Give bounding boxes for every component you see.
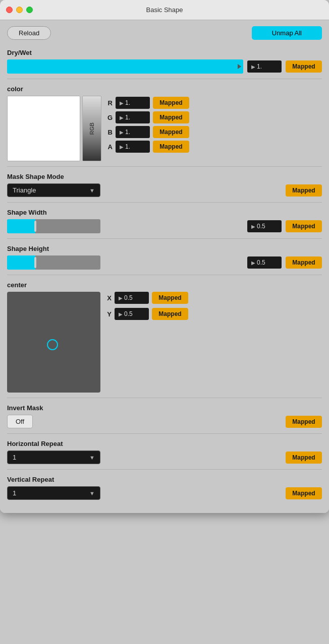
sep-3 [7, 202, 322, 203]
sep-6 [7, 398, 322, 398]
vertical-repeat-dropdown[interactable]: 1 ▼ [7, 486, 100, 500]
dry-wet-value[interactable]: ▶ 1. [247, 60, 282, 73]
shape-height-label: Shape Height [7, 243, 322, 252]
center-y-row: Y ▶ 0.5 Mapped [104, 308, 322, 320]
unmap-all-button[interactable]: Unmap All [252, 26, 322, 40]
chevron-down-icon: ▼ [89, 187, 95, 194]
vertical-repeat-label: Vertical Repeat [7, 474, 322, 483]
top-button-row: Reload Unmap All [7, 26, 322, 40]
main-window: Basic Shape Reload Unmap All Dry/Wet ▶ 1… [0, 0, 329, 513]
shape-width-mapped[interactable]: Mapped [286, 220, 322, 232]
vertical-repeat-row: 1 ▼ Mapped [7, 486, 322, 500]
center-x-label: X [104, 294, 112, 302]
mask-shape-mode-section: Mask Shape Mode Triangle ▼ Mapped [7, 171, 322, 197]
center-dot [47, 339, 58, 350]
shape-height-slider[interactable] [7, 255, 100, 270]
mask-shape-mode-dropdown[interactable]: Triangle ▼ [7, 183, 100, 197]
reload-button[interactable]: Reload [7, 26, 51, 40]
window-title: Basic Shape [146, 6, 183, 14]
shape-height-row: ▶ 0.5 Mapped [7, 255, 322, 270]
center-y-label: Y [104, 310, 112, 318]
shape-width-slider[interactable] [7, 219, 100, 233]
channel-a-row: A ▶ 1. Mapped [105, 141, 322, 153]
sep-1 [7, 79, 322, 79]
vertical-repeat-mapped[interactable]: Mapped [286, 487, 322, 499]
horizontal-repeat-mapped[interactable]: Mapped [286, 452, 322, 464]
channel-g-label: G [105, 114, 113, 121]
chevron-down-icon-v: ▼ [89, 490, 95, 496]
color-swatch-gray: RGB [82, 96, 101, 161]
center-row: X ▶ 0.5 Mapped Y ▶ 0.5 [7, 292, 322, 393]
channel-g-value[interactable]: ▶ 1. [116, 111, 150, 123]
center-x-row: X ▶ 0.5 Mapped [104, 292, 322, 304]
sep-5 [7, 275, 322, 275]
shape-width-section: Shape Width ▶ 0.5 Mapped [7, 207, 322, 233]
horizontal-repeat-dropdown[interactable]: 1 ▼ [7, 450, 100, 464]
center-x-value[interactable]: ▶ 0.5 [115, 292, 149, 304]
channel-a-mapped[interactable]: Mapped [153, 141, 189, 153]
sep-2 [7, 166, 322, 167]
shape-width-label: Shape Width [7, 207, 322, 216]
channel-b-label: B [105, 128, 113, 136]
channel-r-label: R [105, 99, 113, 107]
center-y-mapped[interactable]: Mapped [152, 308, 188, 320]
invert-mask-label: Invert Mask [7, 402, 322, 412]
channel-b-row: B ▶ 1. Mapped [105, 126, 322, 138]
shape-width-value[interactable]: ▶ 0.5 [247, 220, 282, 232]
dry-wet-slider[interactable] [7, 59, 243, 74]
dry-wet-label: Dry/Wet [7, 47, 322, 56]
channel-b-mapped[interactable]: Mapped [153, 126, 189, 138]
mask-shape-mode-row: Triangle ▼ Mapped [7, 183, 322, 197]
channel-b-value[interactable]: ▶ 1. [116, 126, 150, 138]
channel-a-value[interactable]: ▶ 1. [116, 141, 150, 153]
invert-mask-off-button[interactable]: Off [7, 415, 33, 428]
center-x-mapped[interactable]: Mapped [152, 292, 188, 304]
sep-7 [7, 433, 322, 434]
dry-wet-row: ▶ 1. Mapped [7, 59, 322, 74]
horizontal-repeat-section: Horizontal Repeat 1 ▼ Mapped [7, 438, 322, 464]
sep-4 [7, 238, 322, 239]
rgb-label: RGB [89, 122, 95, 135]
center-section: center X ▶ 0.5 Mapped [7, 279, 322, 393]
shape-height-mapped[interactable]: Mapped [286, 256, 322, 269]
color-swatch-white [7, 96, 80, 161]
traffic-lights [6, 7, 33, 13]
center-xy-controls: X ▶ 0.5 Mapped Y ▶ 0.5 [104, 292, 322, 320]
rgba-rows: R ▶ 1. Mapped G ▶ 1. Ma [105, 96, 322, 153]
mask-shape-mode-label: Mask Shape Mode [7, 171, 322, 180]
invert-mask-mapped[interactable]: Mapped [286, 416, 322, 428]
sep-8 [7, 469, 322, 470]
channel-r-value[interactable]: ▶ 1. [116, 97, 150, 109]
color-label: color [7, 83, 322, 93]
content-area: Reload Unmap All Dry/Wet ▶ 1. Mapped col… [0, 20, 329, 513]
center-y-value[interactable]: ▶ 0.5 [115, 308, 149, 320]
invert-mask-row: Off Mapped [7, 415, 322, 428]
shape-height-value[interactable]: ▶ 0.5 [247, 256, 282, 269]
maximize-button[interactable] [26, 7, 33, 13]
horizontal-repeat-row: 1 ▼ Mapped [7, 450, 322, 464]
dry-wet-section: Dry/Wet ▶ 1. Mapped [7, 47, 322, 74]
horizontal-repeat-label: Horizontal Repeat [7, 438, 322, 447]
dry-wet-mapped-button[interactable]: Mapped [286, 60, 322, 73]
color-inner: RGB R ▶ 1. Mapped G [7, 96, 322, 161]
close-button[interactable] [6, 7, 13, 13]
channel-a-label: A [105, 143, 113, 151]
vertical-repeat-section: Vertical Repeat 1 ▼ Mapped [7, 474, 322, 500]
channel-r-mapped[interactable]: Mapped [153, 97, 189, 109]
title-bar: Basic Shape [0, 0, 329, 20]
channel-g-mapped[interactable]: Mapped [153, 111, 189, 123]
center-pad[interactable] [7, 292, 100, 393]
shape-width-row: ▶ 0.5 Mapped [7, 219, 322, 233]
channel-r-row: R ▶ 1. Mapped [105, 97, 322, 109]
color-preview: RGB [7, 96, 101, 161]
center-label: center [7, 279, 322, 289]
chevron-down-icon-h: ▼ [89, 455, 95, 461]
shape-height-section: Shape Height ▶ 0.5 Mapped [7, 243, 322, 270]
mask-shape-mode-mapped[interactable]: Mapped [286, 184, 322, 197]
channel-g-row: G ▶ 1. Mapped [105, 111, 322, 123]
minimize-button[interactable] [16, 7, 23, 13]
invert-mask-section: Invert Mask Off Mapped [7, 402, 322, 428]
color-section: color RGB R ▶ 1. Mapp [7, 83, 322, 161]
